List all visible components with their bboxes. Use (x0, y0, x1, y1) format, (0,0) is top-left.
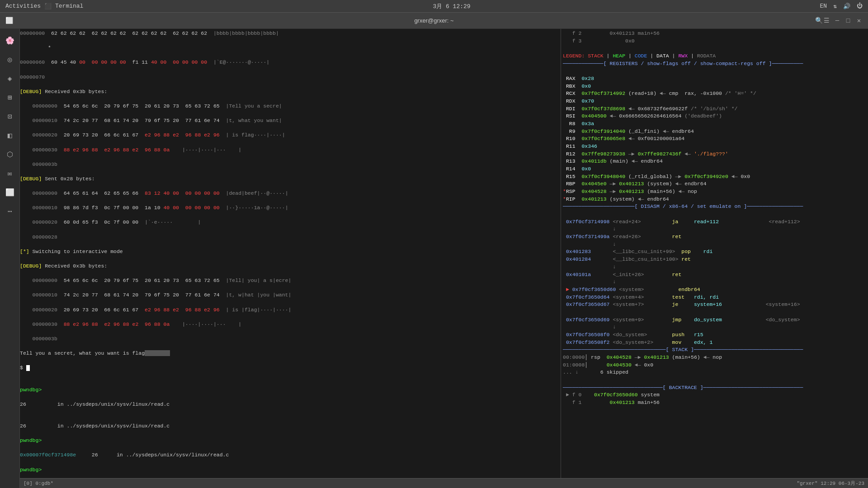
sidebar-icon-4[interactable]: ⊞ (2, 89, 18, 106)
terminal-icon: ⬛ (44, 3, 52, 10)
sidebar-icon-6[interactable]: ◧ (2, 127, 18, 144)
search-icon[interactable]: 🔍 (815, 17, 823, 24)
minimize-icon[interactable]: ─ (834, 17, 841, 24)
maximize-icon[interactable]: □ (844, 17, 852, 24)
right-panel-content: f 2 0x401213 main+56 f 3 0x0 LEGEND: STA… (563, 30, 866, 407)
terminal-area[interactable]: 00000000 62 62 62 62 62 62 62 62 62 62 6… (20, 29, 868, 488)
statusbar-session: [0] 0:gdb* (24, 481, 53, 486)
sidebar-icon-2[interactable]: ◎ (2, 52, 18, 68)
language-indicator[interactable]: EN (820, 3, 827, 9)
network-icon: ⇅ (833, 3, 837, 10)
topbar: Activities ⬛ Terminal 3月 6 12:29 EN ⇅ 🔊 … (0, 0, 868, 13)
volume-icon: 🔊 (843, 3, 850, 10)
main-content: 🌸 ◎ ◈ ⊞ ⊡ ◧ ⬡ ✉ ⬜ ⋯ 00000000 62 62 62 62… (0, 29, 868, 488)
content-wrapper: 00000000 62 62 62 62 62 62 62 62 62 62 6… (20, 29, 868, 478)
activities-label[interactable]: Activities (5, 3, 41, 9)
sidebar: 🌸 ◎ ◈ ⊞ ⊡ ◧ ⬡ ✉ ⬜ ⋯ (0, 29, 20, 488)
menu-icon[interactable]: ☰ (823, 17, 830, 24)
sidebar-icon-9[interactable]: ⬜ (2, 184, 18, 201)
close-icon[interactable]: ✕ (855, 17, 863, 24)
power-icon: ⏻ (857, 3, 863, 9)
sidebar-icon-8[interactable]: ✉ (2, 165, 18, 182)
sidebar-icon-5[interactable]: ⊡ (2, 108, 18, 125)
right-panel: f 2 0x401213 main+56 f 3 0x0 LEGEND: STA… (561, 29, 868, 478)
window-title: grxer@grxer: ~ (414, 17, 453, 24)
topbar-left: Activities ⬛ Terminal (5, 3, 83, 10)
statusbar-left: [0] 0:gdb* (24, 481, 53, 486)
topbar-right: EN ⇅ 🔊 ⏻ (820, 3, 863, 10)
sidebar-icon-10[interactable]: ⋯ (2, 203, 18, 220)
terminal-output: 00000000 62 62 62 62 62 62 62 62 62 62 6… (20, 30, 561, 478)
terminal-label[interactable]: Terminal (55, 3, 83, 9)
sidebar-icon-7[interactable]: ⬡ (2, 146, 18, 163)
tab-terminal-icon: ⬜ (5, 17, 13, 24)
statusbar: [0] 0:gdb* "grxer" 12:29 06-3月-23 (20, 478, 868, 488)
statusbar-right: "grxer" 12:29 06-3月-23 (797, 480, 864, 487)
sidebar-icon-3[interactable]: ◈ (2, 70, 18, 87)
window-controls: ☰ ─ □ ✕ (823, 17, 863, 24)
left-panel: 00000000 62 62 62 62 62 62 62 62 62 62 6… (20, 29, 561, 478)
topbar-clock: 3月 6 12:29 (433, 2, 470, 10)
sidebar-icon-1[interactable]: 🌸 (2, 33, 18, 49)
windowbar: ⬜ grxer@grxer: ~ 🔍 ☰ ─ □ ✕ (0, 13, 868, 29)
